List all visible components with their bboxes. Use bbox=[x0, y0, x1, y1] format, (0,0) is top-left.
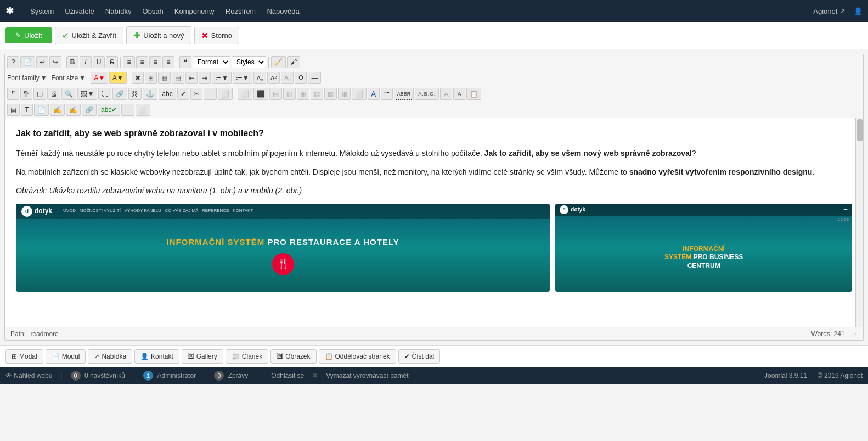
find-button[interactable]: 🔍 bbox=[61, 88, 76, 100]
align-center-button[interactable]: ≡ bbox=[136, 56, 148, 68]
plugin-modal[interactable]: ⊞ Modal bbox=[5, 349, 43, 364]
aa3-button[interactable]: A bbox=[453, 88, 465, 100]
linkx-button[interactable]: 🔗 bbox=[82, 104, 97, 116]
save-button[interactable]: ✎ Uložit bbox=[5, 27, 52, 43]
quote-button[interactable]: ❝❞ bbox=[381, 88, 393, 100]
h3-button[interactable]: Aₐ bbox=[281, 72, 294, 84]
link2-button[interactable]: ⛓ bbox=[128, 88, 142, 100]
line-button[interactable]: — bbox=[121, 104, 134, 116]
table-insert-button[interactable]: ⊞ bbox=[145, 72, 157, 84]
italic-button[interactable]: I bbox=[80, 56, 92, 68]
brush-button[interactable]: 🖌 bbox=[287, 56, 300, 68]
plugin-oddelovac[interactable]: 📋 Oddělovač stránek bbox=[319, 349, 396, 364]
inactive8-button[interactable]: ▩ bbox=[338, 88, 351, 100]
font-family-label[interactable]: Font family ▼ bbox=[7, 74, 47, 82]
nav-agionet[interactable]: Agionet ↗ bbox=[813, 7, 846, 15]
indent-left-button[interactable]: ⇤ bbox=[185, 72, 198, 84]
resize-icon[interactable]: ↔ bbox=[851, 330, 858, 338]
aa-button[interactable]: A bbox=[368, 88, 380, 100]
anchor-button[interactable]: ⚓ bbox=[143, 88, 157, 100]
inactive4-button[interactable]: ▥ bbox=[283, 88, 296, 100]
h2-button[interactable]: A² bbox=[267, 72, 280, 84]
p2-button[interactable]: ¶² bbox=[20, 88, 32, 100]
img-button[interactable]: 🖼▼ bbox=[77, 88, 97, 100]
table3-button[interactable]: ▤ bbox=[172, 72, 184, 84]
preview-link[interactable]: 👁 Náhled webu bbox=[5, 372, 52, 379]
plugin-kontakt[interactable]: 👤 Kontakt bbox=[134, 349, 179, 364]
print-button[interactable]: 🖨 bbox=[47, 88, 60, 100]
indent-right-button[interactable]: ⇥ bbox=[199, 72, 211, 84]
img2-button[interactable]: ⛶ bbox=[98, 88, 111, 100]
h1-button[interactable]: Aₐ bbox=[253, 72, 266, 84]
spell2-button[interactable]: abc✔ bbox=[98, 104, 120, 116]
bold-button[interactable]: B bbox=[66, 56, 78, 68]
block-button[interactable]: ▤ bbox=[7, 104, 20, 116]
plugin-nabidka[interactable]: ↗ Nabídka bbox=[88, 349, 132, 364]
inactive7-button[interactable]: ▨ bbox=[324, 88, 337, 100]
inactive3-button[interactable]: ▤ bbox=[269, 88, 282, 100]
cut-button[interactable]: ✂ bbox=[190, 88, 202, 100]
nav-system[interactable]: Systém bbox=[30, 7, 54, 15]
abc-button[interactable]: A.B.C. bbox=[415, 88, 439, 100]
ul-button[interactable]: ≔▼ bbox=[233, 72, 252, 84]
block2-button[interactable]: T bbox=[21, 104, 33, 116]
nav-components[interactable]: Komponenty bbox=[174, 7, 215, 15]
sig-button[interactable]: ✍ bbox=[50, 104, 65, 116]
para-button[interactable]: ¶ bbox=[7, 88, 19, 100]
inactive5-button[interactable]: ▦ bbox=[297, 88, 309, 100]
align-justify-button[interactable]: ≡ bbox=[162, 56, 174, 68]
font-size-label[interactable]: Font size ▼ bbox=[52, 74, 86, 82]
btn2-button[interactable]: ⬜ bbox=[136, 104, 150, 116]
redo-button[interactable]: ↪ bbox=[49, 56, 61, 68]
hr2-button[interactable]: — bbox=[204, 88, 217, 100]
nav-users[interactable]: Uživatelé bbox=[65, 7, 94, 15]
nav-menus[interactable]: Nabídky bbox=[105, 7, 132, 15]
omega-button[interactable]: Ω bbox=[295, 72, 307, 84]
frame-button[interactable]: ▢ bbox=[33, 88, 46, 100]
text-color-button[interactable]: A▼ bbox=[91, 72, 108, 84]
nav-extensions[interactable]: Rozšíření bbox=[226, 7, 256, 15]
del-button[interactable]: ✖ bbox=[132, 72, 144, 84]
strikethrough-button[interactable]: S bbox=[106, 56, 118, 68]
clear-cache-link[interactable]: Vymazat vyrovnávací paměť bbox=[326, 372, 409, 379]
spell-button[interactable]: ✔ bbox=[177, 88, 189, 100]
save-new-button[interactable]: ✚ Uložit a nový bbox=[126, 26, 191, 44]
inactive9-button[interactable]: ⬜ bbox=[352, 88, 367, 100]
underline-button[interactable]: U bbox=[93, 56, 105, 68]
blockquote-button[interactable]: ❝ bbox=[179, 56, 191, 68]
inactive6-button[interactable]: ▧ bbox=[311, 88, 323, 100]
abbr-button[interactable]: ABBR bbox=[394, 88, 414, 100]
table2-button[interactable]: ▦ bbox=[158, 72, 171, 84]
plugin-cist-dal[interactable]: ✔ Číst dál bbox=[398, 349, 441, 364]
hr-button[interactable]: — bbox=[308, 72, 321, 84]
eraser-button[interactable]: 🧹 bbox=[271, 56, 286, 68]
align-right-button[interactable]: ≡ bbox=[149, 56, 161, 68]
nav-help[interactable]: Nápověda bbox=[267, 7, 299, 15]
plugin-module[interactable]: 📄 Modul bbox=[46, 349, 86, 364]
editor-scrollbar[interactable] bbox=[855, 118, 863, 327]
inactive2-button[interactable]: ⬛ bbox=[253, 88, 268, 100]
plugin-obrazek[interactable]: 🖼 Obrázek bbox=[270, 349, 316, 364]
styles-select[interactable]: Styles bbox=[232, 56, 266, 68]
undo-button[interactable]: ↩ bbox=[36, 56, 48, 68]
plugin-gallery[interactable]: 🖼 Gallery bbox=[182, 349, 223, 364]
new-doc-button[interactable]: 📄 bbox=[20, 56, 35, 68]
help-button[interactable]: ? bbox=[7, 56, 19, 68]
plugin-clanek[interactable]: 📰 Článek bbox=[226, 349, 268, 364]
inactive1-button[interactable]: ⬜ bbox=[238, 88, 252, 100]
block3-button[interactable]: 📄 bbox=[34, 104, 49, 116]
save-close-button[interactable]: ✔ Uložit & Zavřít bbox=[55, 27, 124, 44]
format-select[interactable]: Format bbox=[193, 56, 230, 68]
align-left-button[interactable]: ≡ bbox=[123, 56, 135, 68]
logout-link[interactable]: Odhlásit se bbox=[271, 372, 304, 379]
nav-content[interactable]: Obsah bbox=[143, 7, 164, 15]
sig2-button[interactable]: ✍ bbox=[66, 104, 81, 116]
link-button[interactable]: 🔗 bbox=[112, 88, 127, 100]
btn-button[interactable]: ⬜ bbox=[218, 88, 233, 100]
insertlink-button[interactable]: abc bbox=[159, 88, 176, 100]
media-button[interactable]: 📋 bbox=[466, 88, 481, 100]
ol-button[interactable]: ≔▼ bbox=[212, 72, 232, 84]
aa2-button[interactable]: A bbox=[440, 88, 452, 100]
cancel-button[interactable]: ✖ Storno bbox=[194, 27, 239, 44]
highlight-button[interactable]: A▼ bbox=[109, 72, 127, 84]
